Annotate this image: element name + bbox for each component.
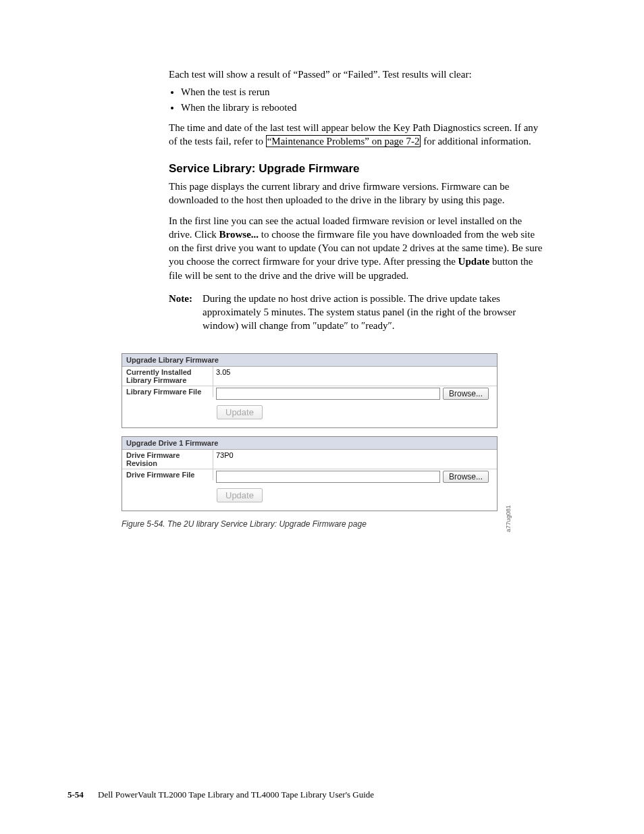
drive-fw-revision-label: Drive Firmware Revision [122,450,213,469]
drive-fw-file-label: Drive Firmware File [122,469,213,480]
library-browse-button[interactable]: Browse... [443,388,489,400]
figure-5-54: Upgrade Library Firmware Currently Insta… [122,353,543,529]
library-fw-file-label: Library Firmware File [122,386,213,397]
intro-text: Each test will show a result of “Passed”… [169,68,543,81]
drive-fw-file-input[interactable] [216,471,440,483]
maintenance-problems-link[interactable]: “Maintenance Problems” on page 7-2 [266,135,421,147]
current-library-fw-label: Currently Installed Library Firmware [122,367,213,386]
note-block: Note: During the update no host drive ac… [169,292,543,333]
library-fw-file-input[interactable] [216,388,440,400]
drive-browse-button[interactable]: Browse... [443,471,489,483]
upgrade-library-header: Upgrade Library Firmware [122,354,497,367]
bullet-rerun: When the test is rerun [181,85,543,99]
update-bold: Update [458,256,490,267]
page-number: 5-54 [68,789,84,800]
upgrade-library-panel: Upgrade Library Firmware Currently Insta… [122,353,498,428]
page-footer: 5-54 Dell PowerVault TL2000 Tape Library… [68,789,374,800]
upgrade-drive1-panel: Upgrade Drive 1 Firmware Drive Firmware … [122,436,498,511]
library-update-button[interactable]: Update [217,405,263,419]
instructions-paragraph: In the first line you can see the actual… [169,214,543,282]
note-label: Note: [169,292,203,333]
upgrade-drive1-header: Upgrade Drive 1 Firmware [122,437,497,450]
section-intro: This page displays the current library a… [169,180,543,207]
note-text: During the update no host drive action i… [203,292,543,333]
figure-caption: Figure 5-54. The 2U library Service Libr… [122,519,543,529]
current-library-fw-value: 3.05 [213,367,497,377]
bullet-rebooted: When the library is rebooted [181,101,543,114]
browse-bold: Browse... [219,229,259,240]
clear-conditions-list: When the test is rerun When the library … [169,85,543,114]
para2-post: for additional information. [421,136,531,147]
drive-update-button[interactable]: Update [217,488,263,502]
figure-side-label: a77ug081 [505,505,512,532]
time-date-paragraph: The time and date of the last test will … [169,121,543,149]
section-heading-upgrade-firmware: Service Library: Upgrade Firmware [169,161,543,177]
footer-title: Dell PowerVault TL2000 Tape Library and … [98,789,374,800]
drive-fw-revision-value: 73P0 [213,450,497,461]
